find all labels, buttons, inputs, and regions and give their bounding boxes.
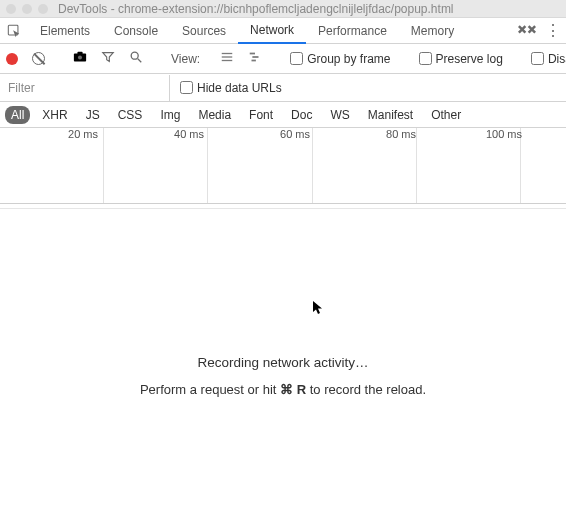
hide-data-urls-label: Hide data URLs — [197, 81, 282, 95]
preserve-log-input[interactable] — [419, 52, 432, 65]
tab-sources[interactable]: Sources — [170, 18, 238, 44]
timeline-tick: 40 ms — [174, 128, 206, 140]
type-js[interactable]: JS — [80, 106, 106, 124]
network-toolbar: View: Group by frame Preserve log Disabl… — [0, 44, 566, 74]
timeline-tick: 60 ms — [280, 128, 312, 140]
type-doc[interactable]: Doc — [285, 106, 318, 124]
disable-cache-label: Disable cache — [548, 52, 566, 66]
inspect-element-icon[interactable] — [0, 24, 28, 38]
disable-cache-input[interactable] — [531, 52, 544, 65]
tab-console[interactable]: Console — [102, 18, 170, 44]
zoom-window-button[interactable] — [38, 4, 48, 14]
type-all[interactable]: All — [5, 106, 30, 124]
hint-suffix: to record the reload. — [306, 382, 426, 397]
timeline-overview[interactable]: 20 ms 40 ms 60 ms 80 ms 100 ms — [0, 128, 566, 204]
filter-icon[interactable] — [101, 50, 115, 67]
hint-key: ⌘ R — [280, 382, 306, 397]
hide-data-urls-input[interactable] — [180, 81, 193, 94]
type-css[interactable]: CSS — [112, 106, 149, 124]
svg-rect-6 — [77, 52, 82, 55]
group-by-frame-checkbox[interactable]: Group by frame — [290, 52, 390, 66]
large-rows-icon[interactable] — [220, 50, 234, 67]
traffic-lights — [6, 4, 48, 14]
svg-rect-14 — [253, 56, 259, 58]
svg-rect-13 — [250, 53, 255, 55]
type-ws[interactable]: WS — [324, 106, 355, 124]
hint-message: Perform a request or hit ⌘ R to record t… — [0, 382, 566, 397]
hint-prefix: Perform a request or hit — [140, 382, 280, 397]
window-title: DevTools - chrome-extension://bicnhpofle… — [58, 2, 454, 16]
waterfall-view-icon[interactable] — [248, 50, 262, 67]
svg-point-8 — [131, 52, 138, 59]
devtools-tabs: Elements Console Sources Network Perform… — [0, 18, 566, 44]
devtools-menu-icon[interactable]: ⋮ — [540, 18, 566, 44]
clear-button[interactable] — [32, 52, 45, 65]
type-other[interactable]: Other — [425, 106, 467, 124]
record-button[interactable] — [6, 53, 18, 65]
filter-input[interactable] — [0, 75, 170, 101]
hide-data-urls-checkbox[interactable]: Hide data URLs — [180, 81, 282, 95]
type-manifest[interactable]: Manifest — [362, 106, 419, 124]
network-empty-state: Recording network activity… Perform a re… — [0, 209, 566, 519]
recording-message: Recording network activity… — [0, 355, 566, 370]
type-xhr[interactable]: XHR — [36, 106, 73, 124]
view-label: View: — [171, 52, 200, 66]
minimize-window-button[interactable] — [22, 4, 32, 14]
tab-network[interactable]: Network — [238, 18, 306, 44]
preserve-log-checkbox[interactable]: Preserve log — [419, 52, 503, 66]
type-img[interactable]: Img — [154, 106, 186, 124]
preserve-log-label: Preserve log — [436, 52, 503, 66]
search-icon[interactable] — [129, 50, 143, 67]
cursor-icon — [312, 300, 324, 319]
timeline-tick: 20 ms — [68, 128, 100, 140]
screenshot-icon[interactable] — [73, 50, 87, 67]
more-tabs-icon[interactable] — [514, 18, 540, 44]
type-font[interactable]: Font — [243, 106, 279, 124]
type-media[interactable]: Media — [192, 106, 237, 124]
window-titlebar: DevTools - chrome-extension://bicnhpofle… — [0, 0, 566, 18]
request-type-filters: All XHR JS CSS Img Media Font Doc WS Man… — [0, 102, 566, 128]
filter-toolbar: Hide data URLs — [0, 74, 566, 102]
tab-performance[interactable]: Performance — [306, 18, 399, 44]
disable-cache-checkbox[interactable]: Disable cache — [531, 52, 566, 66]
timeline-tick: 100 ms — [486, 128, 524, 140]
tab-elements[interactable]: Elements — [28, 18, 102, 44]
timeline-tick: 80 ms — [386, 128, 418, 140]
close-window-button[interactable] — [6, 4, 16, 14]
group-by-frame-input[interactable] — [290, 52, 303, 65]
svg-rect-15 — [252, 60, 256, 62]
svg-line-9 — [138, 59, 142, 63]
tab-memory[interactable]: Memory — [399, 18, 466, 44]
group-by-frame-label: Group by frame — [307, 52, 390, 66]
svg-point-7 — [78, 55, 82, 59]
